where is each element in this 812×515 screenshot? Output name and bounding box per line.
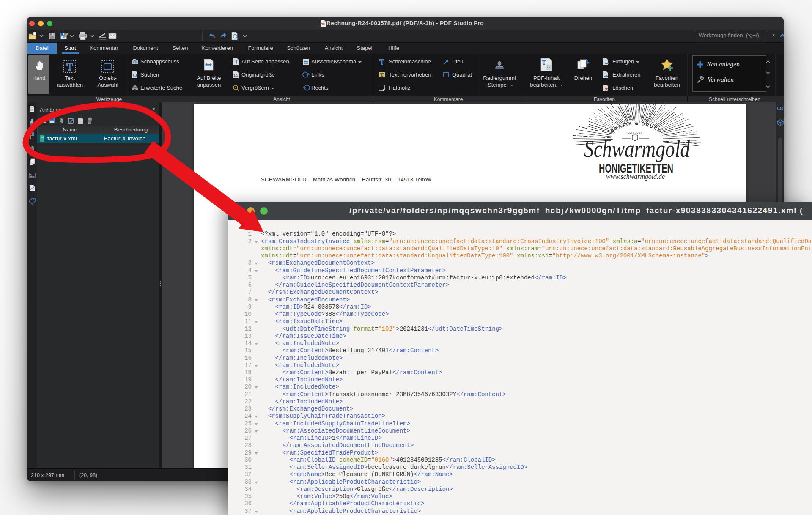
svg-text:www.schwarmgold.de: www.schwarmgold.de bbox=[606, 173, 665, 181]
svg-text:Schwarmgold: Schwarmgold bbox=[584, 136, 690, 162]
svg-text:1:1: 1:1 bbox=[233, 74, 238, 77]
svg-text:· SEIT 2017 ·: · SEIT 2017 · bbox=[625, 131, 645, 134]
